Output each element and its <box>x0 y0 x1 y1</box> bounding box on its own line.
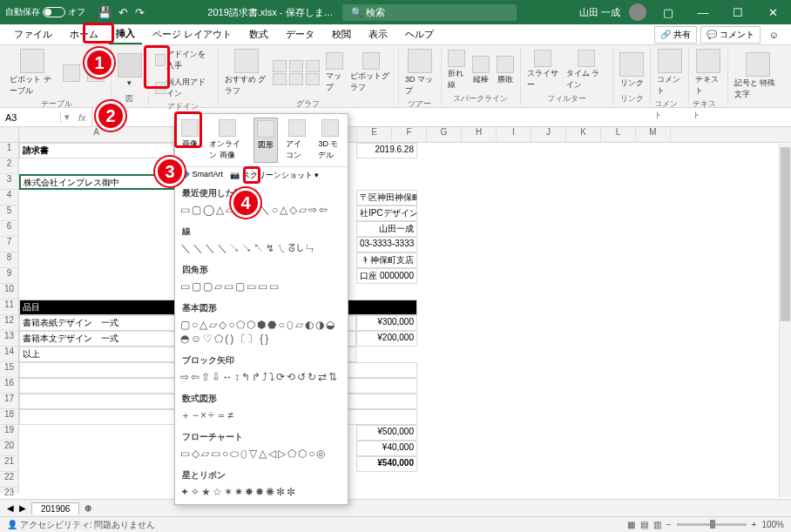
tab-file[interactable]: ファイル <box>7 25 59 44</box>
tab-view[interactable]: 表示 <box>362 25 395 44</box>
worksheet-grid[interactable]: 1234567891011121314151617181920212223 AB… <box>0 127 791 493</box>
comment-button[interactable]: 💬 コメント <box>700 26 761 44</box>
sparkline-line-button[interactable]: 折れ線 <box>445 48 468 92</box>
get-addins-button[interactable]: アドインを入手 <box>152 47 214 73</box>
recommended-pivot-button[interactable] <box>60 63 83 84</box>
timeline-button[interactable]: タイム ライン <box>564 48 609 92</box>
sparkline-winloss-button[interactable]: 勝敗 <box>494 54 517 87</box>
toggle-off-icon <box>43 7 65 17</box>
fx-icon[interactable]: fx <box>73 112 91 123</box>
view-pagelayout-icon[interactable]: ▤ <box>640 520 648 529</box>
zoom-level[interactable]: 100% <box>761 520 784 529</box>
ribbon-group-filters: スライサー タイム ライン フィルター <box>521 47 613 105</box>
shapes-gallery[interactable]: ⇨⇦⇧⇩↔↕↰↱⤴⤵⟳⟲↺↻⇄⇅ <box>175 368 348 389</box>
cell-d1[interactable]: 2019.6.28 <box>356 143 417 158</box>
annotation-1: 1 <box>85 48 114 77</box>
close-icon[interactable]: ✕ <box>760 6 786 19</box>
ribbon-group-charts: おすすめ グラフ マップ ピボットグラフ グラフ <box>219 47 399 105</box>
shapes-gallery[interactable]: ＋−×÷＝≠ <box>175 407 348 428</box>
3dmodels-button[interactable]: 3D モデル <box>315 118 344 163</box>
symbols-button[interactable]: 記号と 特殊文字 <box>732 51 784 102</box>
3dmap-button[interactable]: 3D マップ <box>402 47 437 98</box>
sheet-tab-bar: ◀ ▶ 201906 ⊕ <box>0 499 791 516</box>
tab-home[interactable]: ホーム <box>63 25 105 44</box>
name-box[interactable]: A3 <box>0 112 61 123</box>
shapes-section-title: 最近使用した図形 <box>175 184 348 201</box>
avatar[interactable] <box>629 3 646 21</box>
pivotchart-button[interactable]: ピボットグラフ <box>348 51 395 95</box>
tab-pagelayout[interactable]: ページ レイアウト <box>145 25 239 44</box>
icons-button[interactable]: アイ コン <box>283 118 310 163</box>
shapes-gallery[interactable]: ▢○△▱◇○⬠⬡⬢⬣○⬯▱◐◑◒◓☺♡⬠()〔〕{} <box>175 316 348 351</box>
redo-icon[interactable]: ↷ <box>135 6 145 19</box>
zoom-in-button[interactable]: + <box>752 520 757 529</box>
shapes-section-title: フローチャート <box>175 428 348 445</box>
chart-icon[interactable] <box>273 60 287 72</box>
shapes-section-title: ブロック矢印 <box>175 351 348 368</box>
new-sheet-button[interactable]: ⊕ <box>85 503 91 513</box>
smartart-button[interactable]: 🔷 SmartArt <box>180 170 223 181</box>
zoom-out-button[interactable]: − <box>666 520 672 529</box>
zoom-slider[interactable] <box>677 523 747 526</box>
screenshot-button[interactable]: 📷 スクリーンショット ▾ <box>230 170 319 181</box>
user-name[interactable]: 山田 一成 <box>579 6 620 19</box>
ribbon-group-comments: コメント コメント <box>651 47 689 105</box>
text-button[interactable]: テキスト <box>693 47 723 98</box>
document-title: 2019請求書.xlsx - 保存しま… <box>207 6 333 19</box>
save-icon[interactable]: 💾 <box>98 6 112 19</box>
tab-review[interactable]: 校閲 <box>325 25 358 44</box>
shapes-section-title: 四角形 <box>175 260 348 278</box>
vertical-scrollbar[interactable] <box>779 144 791 497</box>
ribbon-group-illustrations: ▾ 図 <box>112 47 149 105</box>
status-bar: 👤 アクセシビリティ: 問題ありません ▦ ▤ ▥ − + 100% <box>0 516 791 532</box>
view-pagebreak-icon[interactable]: ▥ <box>653 520 661 529</box>
smiley-icon[interactable]: ☺ <box>764 30 784 40</box>
ribbon-options-icon[interactable]: ▢ <box>655 6 681 19</box>
shapes-section-title: 星とリボン <box>175 466 348 483</box>
maximize-icon[interactable]: ☐ <box>725 6 751 19</box>
column-headers[interactable]: ABCDEFGHIJKLM <box>19 127 791 143</box>
ribbon-tabs: ファイル ホーム 挿入 ページ レイアウト 数式 データ 校閲 表示 ヘルプ 🔗… <box>0 24 791 45</box>
slicer-button[interactable]: スライサー <box>524 48 562 92</box>
ribbon: ピボット テーブル テーブル ▾ 図 アドインを入手 個人用アドイン アドイン … <box>0 45 791 108</box>
my-addins-button[interactable]: 個人用アドイン <box>152 75 214 101</box>
cell-a1[interactable]: 請求書 <box>19 143 174 158</box>
sheet-nav-prev[interactable]: ◀ <box>7 503 14 513</box>
minimize-icon[interactable]: — <box>690 6 716 19</box>
sparkline-column-button[interactable]: 縦棒 <box>470 54 492 87</box>
title-bar: 自動保存 オフ 💾 ↶ ↷ 2019請求書.xlsx - 保存しま… 🔍 検索 … <box>0 0 791 24</box>
cell-a3[interactable]: 株式会社インプレス御中 <box>19 174 174 190</box>
shapes-button[interactable]: 図形 <box>254 118 278 163</box>
online-pictures-button[interactable]: オンライン 画像 <box>206 118 248 163</box>
search-input[interactable]: 🔍 検索 <box>342 4 517 21</box>
undo-icon[interactable]: ↶ <box>118 6 128 19</box>
ribbon-group-links: リンク リンク <box>613 47 651 105</box>
shapes-gallery[interactable]: ＼＼＼＼↘↘↖↯ㄟᘔᒐㄣ <box>175 239 348 260</box>
maps-button[interactable]: マップ <box>323 51 347 95</box>
ribbon-group-sparklines: 折れ線 縦棒 勝敗 スパークライン <box>442 47 521 105</box>
view-normal-icon[interactable]: ▦ <box>627 520 635 529</box>
autosave-toggle[interactable]: 自動保存 オフ <box>5 6 85 18</box>
shapes-gallery[interactable]: ▭▢◯△▱＼＼＼○△◇▱⇨⇦ <box>175 201 348 222</box>
tab-data[interactable]: データ <box>279 25 321 44</box>
sheet-nav-next[interactable]: ▶ <box>19 503 26 513</box>
annotation-3: 3 <box>155 157 185 186</box>
shapes-gallery[interactable]: ✦✧★☆✶✷✸✹✺✻✼ <box>175 483 348 504</box>
shapes-gallery[interactable]: ▭▢▢▱▭▢▭▭▭ <box>175 278 348 299</box>
select-all-corner[interactable] <box>0 127 19 143</box>
shapes-gallery[interactable]: ▭◇▱▭○⬭⬯▽△◁▷⬠⬡○◎ <box>175 445 348 466</box>
tab-formulas[interactable]: 数式 <box>242 25 275 44</box>
tab-insert[interactable]: 挿入 <box>109 24 142 44</box>
accessibility-status[interactable]: 👤 アクセシビリティ: 問題ありません <box>7 519 155 531</box>
ribbon-group-addins: アドインを入手 個人用アドイン アドイン <box>149 47 219 105</box>
share-button[interactable]: 🔗 共有 <box>654 26 697 44</box>
link-button[interactable]: リンク <box>617 51 646 91</box>
row-headers[interactable]: 1234567891011121314151617181920212223 <box>0 143 19 493</box>
sheet-tab[interactable]: 201906 <box>31 502 79 515</box>
tab-help[interactable]: ヘルプ <box>398 25 441 44</box>
pictures-button[interactable]: 画像 <box>179 118 201 163</box>
newcomment-button[interactable]: コメント <box>654 47 685 98</box>
pivottable-button[interactable]: ピボット テーブル <box>7 47 58 98</box>
illustrations-button[interactable]: ▾ <box>115 51 145 89</box>
recommended-charts-button[interactable]: おすすめ グラフ <box>222 47 271 98</box>
